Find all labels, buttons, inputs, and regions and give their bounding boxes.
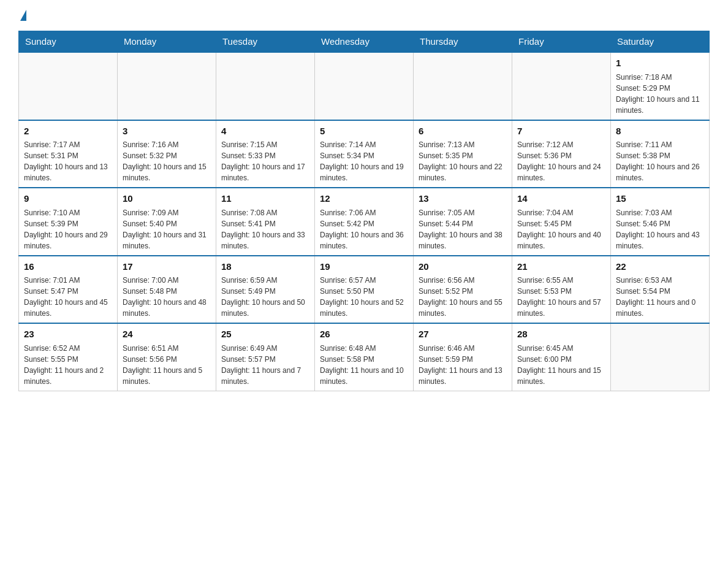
sunrise-text: Sunrise: 7:15 AM: [221, 139, 309, 150]
calendar-cell: 6Sunrise: 7:13 AMSunset: 5:35 PMDaylight…: [414, 120, 512, 188]
cell-content: 2Sunrise: 7:17 AMSunset: 5:31 PMDaylight…: [24, 124, 112, 184]
day-number: 13: [419, 192, 507, 206]
sunset-text: Sunset: 5:33 PM: [221, 150, 309, 161]
calendar-header-thursday: Thursday: [414, 31, 512, 53]
daylight-text: Daylight: 10 hours and 17 minutes.: [221, 161, 309, 183]
calendar-cell: [512, 52, 611, 120]
day-number: 14: [517, 192, 605, 206]
daylight-text: Daylight: 10 hours and 36 minutes.: [320, 229, 408, 251]
day-number: 9: [24, 192, 112, 206]
day-number: 21: [517, 260, 605, 274]
sunset-text: Sunset: 5:31 PM: [24, 150, 112, 161]
day-number: 20: [419, 260, 507, 274]
sunset-text: Sunset: 6:00 PM: [517, 354, 605, 365]
sunrise-text: Sunrise: 7:18 AM: [616, 72, 704, 83]
sunset-text: Sunset: 5:50 PM: [320, 286, 408, 297]
calendar-cell: 17Sunrise: 7:00 AMSunset: 5:48 PMDayligh…: [118, 256, 216, 324]
daylight-text: Daylight: 10 hours and 52 minutes.: [320, 297, 408, 319]
daylight-text: Daylight: 10 hours and 11 minutes.: [616, 94, 704, 116]
day-number: 3: [123, 124, 211, 139]
day-number: 7: [517, 124, 605, 139]
day-number: 26: [320, 327, 408, 342]
sunset-text: Sunset: 5:46 PM: [616, 218, 704, 229]
calendar-cell: 28Sunrise: 6:45 AMSunset: 6:00 PMDayligh…: [512, 323, 611, 391]
sunrise-text: Sunrise: 7:09 AM: [123, 207, 211, 218]
daylight-text: Daylight: 10 hours and 43 minutes.: [616, 229, 704, 251]
daylight-text: Daylight: 10 hours and 19 minutes.: [320, 161, 408, 183]
cell-content: 8Sunrise: 7:11 AMSunset: 5:38 PMDaylight…: [616, 124, 704, 184]
daylight-text: Daylight: 10 hours and 40 minutes.: [517, 229, 605, 251]
sunrise-text: Sunrise: 7:13 AM: [419, 139, 507, 150]
day-number: 28: [517, 327, 605, 342]
day-number: 1: [616, 56, 704, 71]
day-number: 11: [221, 192, 309, 206]
calendar-cell: 10Sunrise: 7:09 AMSunset: 5:40 PMDayligh…: [118, 188, 216, 256]
sunrise-text: Sunrise: 7:08 AM: [221, 207, 309, 218]
logo: [18, 12, 26, 21]
day-number: 25: [221, 327, 309, 342]
cell-content: 22Sunrise: 6:53 AMSunset: 5:54 PMDayligh…: [616, 260, 704, 320]
calendar-cell: 13Sunrise: 7:05 AMSunset: 5:44 PMDayligh…: [414, 188, 512, 256]
calendar-cell: 14Sunrise: 7:04 AMSunset: 5:45 PMDayligh…: [512, 188, 611, 256]
daylight-text: Daylight: 11 hours and 13 minutes.: [419, 365, 507, 387]
daylight-text: Daylight: 10 hours and 38 minutes.: [419, 229, 507, 251]
calendar-week-row: 23Sunrise: 6:52 AMSunset: 5:55 PMDayligh…: [19, 323, 710, 391]
calendar-cell: [216, 52, 315, 120]
sunset-text: Sunset: 5:44 PM: [419, 218, 507, 229]
daylight-text: Daylight: 11 hours and 10 minutes.: [320, 365, 408, 387]
daylight-text: Daylight: 10 hours and 33 minutes.: [221, 229, 309, 251]
daylight-text: Daylight: 10 hours and 24 minutes.: [517, 161, 605, 183]
calendar-cell: [611, 323, 710, 391]
day-number: 19: [320, 260, 408, 274]
cell-content: 21Sunrise: 6:55 AMSunset: 5:53 PMDayligh…: [517, 260, 605, 320]
day-number: 23: [24, 327, 112, 342]
calendar-cell: 3Sunrise: 7:16 AMSunset: 5:32 PMDaylight…: [118, 120, 216, 188]
sunset-text: Sunset: 5:35 PM: [419, 150, 507, 161]
cell-content: 10Sunrise: 7:09 AMSunset: 5:40 PMDayligh…: [123, 192, 211, 251]
calendar-header-wednesday: Wednesday: [315, 31, 414, 53]
cell-content: 18Sunrise: 6:59 AMSunset: 5:49 PMDayligh…: [221, 260, 309, 320]
sunrise-text: Sunrise: 7:03 AM: [616, 207, 704, 218]
cell-content: 7Sunrise: 7:12 AMSunset: 5:36 PMDaylight…: [517, 124, 605, 184]
day-number: 27: [419, 327, 507, 342]
sunset-text: Sunset: 5:45 PM: [517, 218, 605, 229]
calendar-cell: [118, 52, 216, 120]
sunrise-text: Sunrise: 6:52 AM: [24, 343, 112, 354]
daylight-text: Daylight: 10 hours and 48 minutes.: [123, 297, 211, 319]
calendar-header-saturday: Saturday: [611, 31, 710, 53]
sunrise-text: Sunrise: 7:11 AM: [616, 139, 704, 150]
calendar-header-monday: Monday: [118, 31, 216, 53]
day-number: 17: [123, 260, 211, 274]
sunset-text: Sunset: 5:42 PM: [320, 218, 408, 229]
sunrise-text: Sunrise: 7:01 AM: [24, 275, 112, 286]
sunrise-text: Sunrise: 6:56 AM: [419, 275, 507, 286]
daylight-text: Daylight: 10 hours and 55 minutes.: [419, 297, 507, 319]
sunset-text: Sunset: 5:59 PM: [419, 354, 507, 365]
sunrise-text: Sunrise: 6:59 AM: [221, 275, 309, 286]
cell-content: 24Sunrise: 6:51 AMSunset: 5:56 PMDayligh…: [123, 327, 211, 387]
sunset-text: Sunset: 5:29 PM: [616, 83, 704, 94]
calendar-cell: 18Sunrise: 6:59 AMSunset: 5:49 PMDayligh…: [216, 256, 315, 324]
calendar-cell: 4Sunrise: 7:15 AMSunset: 5:33 PMDaylight…: [216, 120, 315, 188]
calendar-cell: [414, 52, 512, 120]
calendar-table: SundayMondayTuesdayWednesdayThursdayFrid…: [18, 31, 710, 391]
cell-content: 9Sunrise: 7:10 AMSunset: 5:39 PMDaylight…: [24, 192, 112, 251]
daylight-text: Daylight: 10 hours and 57 minutes.: [517, 297, 605, 319]
sunset-text: Sunset: 5:32 PM: [123, 150, 211, 161]
calendar-cell: 12Sunrise: 7:06 AMSunset: 5:42 PMDayligh…: [315, 188, 414, 256]
sunrise-text: Sunrise: 7:10 AM: [24, 207, 112, 218]
calendar-cell: 16Sunrise: 7:01 AMSunset: 5:47 PMDayligh…: [19, 256, 118, 324]
day-number: 22: [616, 260, 704, 274]
cell-content: 19Sunrise: 6:57 AMSunset: 5:50 PMDayligh…: [320, 260, 408, 320]
daylight-text: Daylight: 10 hours and 45 minutes.: [24, 297, 112, 319]
calendar-cell: 19Sunrise: 6:57 AMSunset: 5:50 PMDayligh…: [315, 256, 414, 324]
calendar-week-row: 2Sunrise: 7:17 AMSunset: 5:31 PMDaylight…: [19, 120, 710, 188]
sunset-text: Sunset: 5:58 PM: [320, 354, 408, 365]
daylight-text: Daylight: 10 hours and 31 minutes.: [123, 229, 211, 251]
sunset-text: Sunset: 5:53 PM: [517, 286, 605, 297]
calendar-cell: 8Sunrise: 7:11 AMSunset: 5:38 PMDaylight…: [611, 120, 710, 188]
cell-content: 3Sunrise: 7:16 AMSunset: 5:32 PMDaylight…: [123, 124, 211, 184]
cell-content: 4Sunrise: 7:15 AMSunset: 5:33 PMDaylight…: [221, 124, 309, 184]
sunset-text: Sunset: 5:38 PM: [616, 150, 704, 161]
sunset-text: Sunset: 5:41 PM: [221, 218, 309, 229]
